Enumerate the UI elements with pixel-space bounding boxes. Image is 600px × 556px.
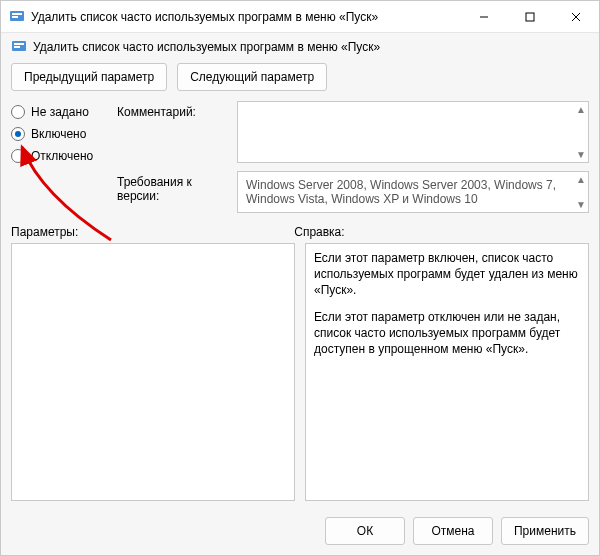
mid-labels: Параметры: Справка:: [11, 225, 589, 239]
scroll-down-icon[interactable]: ▼: [576, 149, 586, 160]
parameters-label: Параметры:: [11, 225, 294, 239]
svg-rect-4: [526, 13, 534, 21]
radio-label: Включено: [31, 127, 86, 141]
minimize-button[interactable]: [461, 1, 507, 33]
svg-rect-9: [14, 46, 20, 48]
titlebar: Удалить список часто используемых програ…: [1, 1, 599, 33]
radio-indicator: [11, 105, 25, 119]
close-button[interactable]: [553, 1, 599, 33]
panels: Если этот параметр включен, список часто…: [11, 243, 589, 501]
requirements-box: Windows Server 2008, Windows Server 2003…: [237, 171, 589, 213]
help-label: Справка:: [294, 225, 589, 239]
ok-button[interactable]: ОК: [325, 517, 405, 545]
requirements-label: Требования к версии:: [117, 171, 227, 213]
scroll-up-icon[interactable]: ▲: [576, 104, 586, 115]
radio-label: Отключено: [31, 149, 93, 163]
scroll-up-icon[interactable]: ▲: [576, 174, 586, 185]
help-paragraph: Если этот параметр отключен или не задан…: [314, 309, 580, 358]
previous-setting-button[interactable]: Предыдущий параметр: [11, 63, 167, 91]
subtitle-text: Удалить список часто используемых програ…: [33, 40, 380, 54]
footer: ОК Отмена Применить: [1, 507, 599, 555]
policy-dialog-window: Удалить список часто используемых програ…: [0, 0, 600, 556]
radio-not-configured[interactable]: Не задано: [11, 105, 107, 119]
svg-rect-2: [12, 16, 18, 18]
comment-label: Комментарий:: [117, 101, 227, 163]
maximize-button[interactable]: [507, 1, 553, 33]
apply-button[interactable]: Применить: [501, 517, 589, 545]
parameters-panel: [11, 243, 295, 501]
radio-disabled[interactable]: Отключено: [11, 149, 107, 163]
help-panel: Если этот параметр включен, список часто…: [305, 243, 589, 501]
comment-textarea[interactable]: ▲ ▼: [237, 101, 589, 163]
next-setting-button[interactable]: Следующий параметр: [177, 63, 327, 91]
radio-enabled[interactable]: Включено: [11, 127, 107, 141]
scroll-down-icon[interactable]: ▼: [576, 199, 586, 210]
subtitle-row: Удалить список часто используемых програ…: [1, 33, 599, 63]
radio-indicator: [11, 127, 25, 141]
cancel-button[interactable]: Отмена: [413, 517, 493, 545]
nav-row: Предыдущий параметр Следующий параметр: [1, 63, 599, 101]
top-grid: Не задано Включено Отключено Комментарий…: [11, 101, 589, 213]
radio-label: Не задано: [31, 105, 89, 119]
window-title: Удалить список часто используемых програ…: [31, 10, 461, 24]
radio-indicator: [11, 149, 25, 163]
state-radio-group: Не задано Включено Отключено: [11, 101, 107, 213]
svg-rect-8: [14, 43, 24, 45]
help-paragraph: Если этот параметр включен, список часто…: [314, 250, 580, 299]
requirements-text: Windows Server 2008, Windows Server 2003…: [246, 178, 556, 206]
content-area: Не задано Включено Отключено Комментарий…: [1, 101, 599, 507]
policy-icon: [9, 9, 25, 25]
svg-rect-1: [12, 13, 22, 15]
policy-icon: [11, 39, 27, 55]
